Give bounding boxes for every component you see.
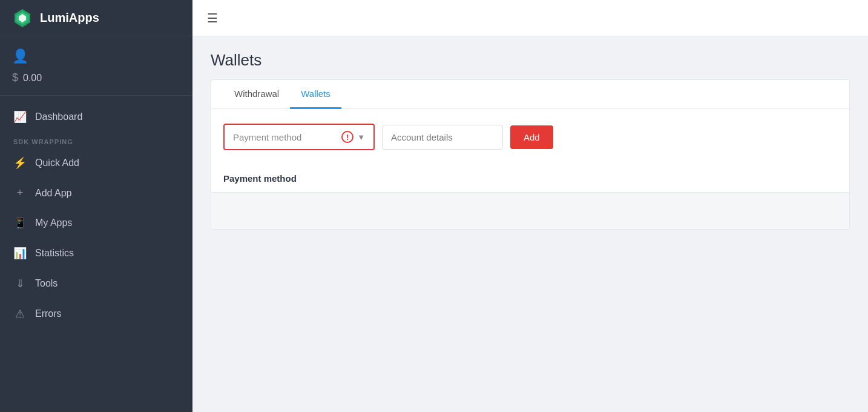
sidebar-item-statistics-label: Statistics (35, 248, 74, 259)
sidebar-item-quick-add[interactable]: ⚡ Quick Add (0, 148, 192, 178)
user-icon-wrap: 👤 (12, 48, 180, 64)
add-button[interactable]: Add (510, 125, 553, 149)
stats-icon: 📊 (13, 247, 27, 260)
sidebar-nav: 📈 Dashboard SDK WRAPPING ⚡ Quick Add + A… (0, 96, 192, 412)
user-icon: 👤 (12, 48, 28, 64)
dropdown-icons: ! ▼ (341, 131, 365, 143)
sidebar-item-add-app-label: Add App (35, 188, 72, 199)
tabs-container: Withdrawal Wallets (211, 80, 849, 109)
app-name: LumiApps (40, 11, 99, 25)
dollar-icon: $ (12, 71, 18, 84)
sidebar-item-tools-label: Tools (35, 278, 58, 289)
user-section: 👤 $ 0.00 (0, 36, 192, 96)
sidebar-item-errors-label: Errors (35, 308, 62, 319)
chart-icon: 📈 (13, 110, 27, 124)
chevron-down-icon: ▼ (357, 133, 365, 142)
sidebar-item-my-apps[interactable]: 📱 My Apps (0, 208, 192, 238)
sidebar-header: LumiApps (0, 0, 192, 36)
sidebar-item-add-app[interactable]: + Add App (0, 178, 192, 208)
tab-withdrawal[interactable]: Withdrawal (223, 80, 290, 109)
sdk-wrapping-label: SDK WRAPPING (0, 132, 192, 148)
download-icon: ⇓ (13, 277, 27, 290)
sidebar-item-my-apps-label: My Apps (35, 218, 72, 228)
sidebar-item-tools[interactable]: ⇓ Tools (0, 268, 192, 299)
error-icon: ⚠ (13, 307, 27, 321)
sidebar-item-errors[interactable]: ⚠ Errors (0, 299, 192, 329)
page-title: Wallets (192, 36, 868, 79)
sidebar-item-quick-add-label: Quick Add (35, 158, 79, 168)
table-body (211, 193, 849, 229)
sidebar-item-dashboard-label: Dashboard (35, 111, 82, 122)
sidebar-item-statistics[interactable]: 📊 Statistics (0, 238, 192, 268)
main-content: ☰ Wallets Withdrawal Wallets Payment met… (192, 0, 868, 412)
hamburger-icon[interactable]: ☰ (207, 11, 218, 25)
account-details-input[interactable] (382, 125, 503, 150)
form-row: Payment method ! ▼ Add (211, 109, 849, 165)
balance-row: $ 0.00 (12, 71, 180, 89)
plus-icon: + (13, 187, 27, 199)
payment-method-label: Payment method (233, 132, 301, 142)
tab-wallets[interactable]: Wallets (290, 80, 341, 109)
error-circle-icon: ! (341, 131, 353, 143)
bolt-icon: ⚡ (13, 156, 27, 170)
topbar: ☰ (192, 0, 868, 36)
wallets-card: Withdrawal Wallets Payment method ! ▼ Ad… (211, 79, 850, 230)
table-payment-method-header: Payment method (211, 165, 849, 193)
sidebar: LumiApps 👤 $ 0.00 📈 Dashboard SDK WRAPPI… (0, 0, 192, 412)
payment-method-dropdown[interactable]: Payment method ! ▼ (223, 124, 375, 150)
balance-value: 0.00 (23, 73, 42, 84)
phone-icon: 📱 (13, 216, 27, 230)
logo-icon (12, 8, 33, 28)
sidebar-item-dashboard[interactable]: 📈 Dashboard (0, 102, 192, 132)
